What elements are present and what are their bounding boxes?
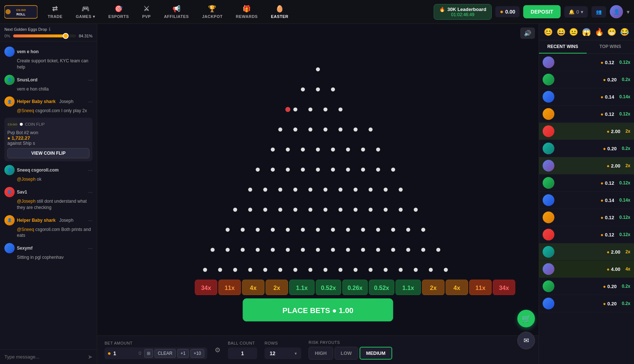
user-avatar[interactable]: 👤 — [610, 5, 623, 18]
svg-point-15 — [294, 128, 298, 132]
win-mult-4: 0.12x — [619, 111, 630, 117]
sub-username-6: Joseph — [59, 218, 73, 223]
emoji-smile[interactable]: 😊 — [544, 27, 553, 36]
nav-item-rewards[interactable]: 🎁 REWARDS — [229, 0, 265, 24]
settings-button[interactable]: ⚙ — [215, 346, 221, 354]
plus10-button[interactable]: +10 — [190, 349, 204, 358]
coin-icon-4: ● — [601, 111, 604, 117]
svg-point-24 — [316, 148, 320, 152]
nav-bar: ⇄ TRADE 🎮 GAMES ▾ 🎯 ESPORTS ⚔ PVP 📢 AFFI… — [41, 0, 434, 24]
coin-icon-14: ● — [603, 284, 606, 289]
svg-point-68 — [301, 228, 305, 232]
risk-medium-button[interactable]: MEDIUM — [360, 347, 392, 360]
notification-button[interactable]: 🔔 0 ▾ — [564, 6, 588, 18]
more-options-4[interactable]: ··· — [88, 167, 92, 173]
svg-point-36 — [361, 168, 365, 172]
coin-icon-9: ● — [601, 198, 604, 203]
svg-point-7 — [316, 87, 320, 91]
chat-message-5: 👤 Sav1 ··· @Joseph still dont understand… — [0, 185, 97, 213]
clear-button[interactable]: CLEAR — [154, 349, 176, 358]
svg-point-37 — [376, 168, 380, 172]
nav-item-esports[interactable]: 🎯 ESPORTS — [102, 0, 135, 24]
floating-cart-button[interactable]: 🛒 — [517, 310, 535, 327]
svg-text:11x: 11x — [225, 284, 234, 291]
nav-item-easter[interactable]: 🥚 EASTER — [264, 0, 295, 24]
svg-point-72 — [361, 228, 365, 232]
view-coinflip-button[interactable]: VIEW COIN FLIP — [7, 148, 90, 158]
emoji-scared[interactable]: 😱 — [582, 27, 591, 36]
svg-point-32 — [301, 168, 305, 172]
svg-point-107 — [414, 268, 418, 272]
nav-label-pvp: PVP — [142, 14, 151, 19]
win-mult-12: 2x — [626, 249, 630, 254]
sound-button[interactable]: 🔊 — [520, 27, 535, 39]
floating-message-button[interactable]: ✉ — [517, 332, 535, 349]
emoji-grin[interactable]: 😁 — [607, 27, 616, 36]
coin-icon-13: ● — [606, 266, 609, 272]
emoji-neutral[interactable]: 😐 — [569, 27, 578, 36]
svg-point-69 — [316, 228, 320, 232]
chat-avatar-3: 👤 — [4, 96, 15, 107]
copy-button[interactable]: ⊞ — [144, 349, 153, 358]
win-value-6: 0.20 — [607, 146, 616, 151]
leaderboard-button[interactable]: 🔥 30K Leaderboard 01:02:46:49 — [434, 4, 492, 20]
nav-item-pvp[interactable]: ⚔ PVP — [135, 0, 157, 24]
plinko-board-svg: 34x 11x 4x 2x 1.1x 0.52x 0.26x — [97, 24, 539, 335]
win-row-5: ● 2.00 2x — [539, 123, 634, 140]
ball-count-input[interactable] — [228, 348, 257, 359]
emoji-fire[interactable]: 🔥 — [595, 27, 604, 36]
chat-messages-container: 👤 vem e hon Create support ticket, KYC t… — [0, 41, 97, 349]
svg-point-91 — [421, 248, 425, 252]
win-value-8: 0.12 — [605, 180, 614, 186]
coinflip-header: CS:GO COIN FLIP — [7, 121, 90, 128]
nav-item-jackpot[interactable]: 🏆 JACKPOT — [196, 0, 229, 24]
svg-point-84 — [316, 248, 320, 252]
rows-select[interactable]: 8 10 12 14 16 — [265, 348, 301, 359]
win-mult-15: 0.2x — [622, 301, 630, 306]
chat-message-6: 👤 Helper Baby shark Joseph ··· @Sneeq cs… — [0, 213, 97, 241]
plus1-button[interactable]: +1 — [177, 349, 189, 358]
logo[interactable]: CS:GO ROLL — [4, 4, 37, 20]
emoji-rofl[interactable]: 😂 — [620, 27, 629, 36]
win-row-8: ● 0.12 0.12x — [539, 174, 634, 192]
tab-recent-wins[interactable]: RECENT WINS — [539, 40, 587, 54]
more-options-5[interactable]: ··· — [88, 189, 92, 195]
win-row-6: ● 0.20 0.2x — [539, 140, 634, 157]
svg-point-105 — [384, 268, 388, 272]
bet-amount-input[interactable] — [113, 350, 135, 356]
more-options-2[interactable]: ··· — [88, 77, 92, 83]
svg-text:11x: 11x — [476, 284, 485, 291]
coinflip-message: Pvp Bot #2 won ● 1,722.27 against Ship s — [7, 130, 90, 146]
risk-high-button[interactable]: HIGH — [309, 347, 333, 360]
svg-point-83 — [301, 248, 305, 252]
svg-point-62 — [414, 208, 418, 212]
tab-top-wins[interactable]: TOP WINS — [587, 40, 634, 54]
nav-item-trade[interactable]: ⇄ TRADE — [41, 0, 69, 24]
deposit-button[interactable]: DEPOSIT — [523, 5, 560, 18]
svg-point-51 — [248, 208, 252, 212]
win-row-4: ● 0.12 0.12x — [539, 106, 634, 123]
coin-icon-5: ● — [606, 129, 609, 134]
coin-icon-1: ● — [601, 60, 604, 65]
nav-item-games[interactable]: 🎮 GAMES ▾ — [69, 0, 102, 24]
svg-point-47 — [369, 188, 373, 192]
chat-input[interactable] — [4, 354, 85, 360]
chat-username-5: Sav1 — [17, 190, 27, 195]
win-amount-4: ● 0.12 — [601, 111, 614, 117]
emoji-laugh[interactable]: 😄 — [557, 27, 566, 36]
more-options-7[interactable]: ··· — [88, 245, 92, 251]
svg-point-92 — [436, 248, 440, 252]
risk-low-button[interactable]: LOW — [335, 347, 358, 360]
more-options-6[interactable]: ··· — [88, 217, 92, 223]
nav-item-affiliates[interactable]: 📢 AFFILIATES — [157, 0, 196, 24]
win-value-15: 0.20 — [607, 301, 616, 306]
chat-msg-header-7: 👤 Sexymf ··· — [4, 243, 92, 253]
svg-text:2x: 2x — [430, 284, 437, 291]
chat-send-button[interactable]: ➤ — [88, 353, 92, 360]
more-options-3[interactable]: ··· — [88, 99, 92, 104]
right-sidebar: 😊 😄 😐 😱 🔥 😁 😂 RECENT WINS TOP WINS ● 0.1… — [539, 24, 634, 364]
svg-text:0.52x: 0.52x — [321, 284, 336, 291]
dropdown-arrow[interactable]: ▾ — [627, 8, 630, 15]
friends-button[interactable]: 👥 — [591, 6, 606, 18]
nav-label-games: GAMES ▾ — [76, 14, 95, 19]
